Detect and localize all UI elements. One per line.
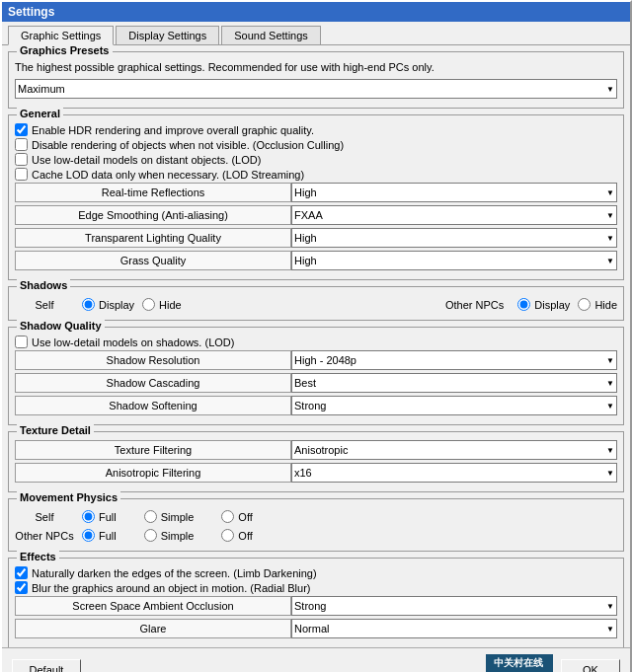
watermark: 中关村在线 zol.com.cn xyxy=(486,654,553,672)
texture-detail-title: Texture Detail xyxy=(17,424,94,436)
texture-filtering-label: Texture Filtering xyxy=(15,440,291,460)
other-display-radio[interactable] xyxy=(517,298,530,311)
general-section: General Enable HDR rendering and improve… xyxy=(8,114,624,280)
reflections-row: Real-time Reflections LowMediumHighUltra xyxy=(15,183,617,202)
general-checkbox-0: Enable HDR rendering and improve overall… xyxy=(15,123,617,136)
shadows-other-label: Other NPCs xyxy=(445,299,504,311)
checkbox-lod[interactable] xyxy=(15,153,28,166)
effects-title: Effects xyxy=(17,551,59,562)
movement-physics-section: Movement Physics Self Full Simple Off xyxy=(8,498,624,552)
self-full-group: Full xyxy=(82,510,117,523)
self-off-group: Off xyxy=(221,510,252,523)
grass-quality-dropdown[interactable]: LowMediumHigh xyxy=(291,251,617,270)
tab-sound[interactable]: Sound Settings xyxy=(221,26,321,44)
self-display-radio[interactable] xyxy=(82,298,95,311)
presets-dropdown-row: Low Medium High Maximum xyxy=(15,79,617,99)
tab-graphic[interactable]: Graphic Settings xyxy=(8,26,114,45)
reflections-dropdown[interactable]: LowMediumHighUltra xyxy=(291,183,617,202)
reflections-label: Real-time Reflections xyxy=(15,183,291,202)
antialiasing-row: Edge Smoothing (Anti-aliasing) NoneFXAAM… xyxy=(15,205,617,225)
other-off-radio[interactable] xyxy=(221,529,234,542)
other-simple-radio[interactable] xyxy=(144,529,157,542)
shadow-softening-row: Shadow Softening NoneSoftStrong xyxy=(15,396,617,415)
transparent-lighting-row: Transparent Lighting Quality LowMediumHi… xyxy=(15,228,617,248)
grass-quality-label: Grass Quality xyxy=(15,251,291,270)
shadow-quality-title: Shadow Quality xyxy=(17,320,105,332)
movement-physics-title: Movement Physics xyxy=(17,491,120,503)
other-display-group: Display xyxy=(517,298,570,311)
antialiasing-label: Edge Smoothing (Anti-aliasing) xyxy=(15,205,291,225)
shadow-resolution-dropdown[interactable]: Low - 512pMedium - 1024pHigh - 2048p xyxy=(291,350,617,370)
effects-checkbox-0: Naturally darken the edges of the screen… xyxy=(15,566,617,579)
general-checkbox-2: Use low-detail models on distant objects… xyxy=(15,153,617,166)
effects-checkbox-1: Blur the graphics around an object in mo… xyxy=(15,581,617,594)
ssao-row: Screen Space Ambient Occlusion OffNormal… xyxy=(15,596,617,616)
texture-filtering-row: Texture Filtering BilinearTrilinearAniso… xyxy=(15,440,617,460)
shadow-cascading-dropdown-wrapper[interactable]: LowMediumHighBest xyxy=(291,373,617,393)
glare-label: Glare xyxy=(15,619,291,638)
self-full-radio[interactable] xyxy=(82,510,95,523)
aniso-filtering-row: Anisotropic Filtering x2x4x8x16 xyxy=(15,463,617,483)
glare-dropdown-wrapper[interactable]: OffNormalStrong xyxy=(291,619,617,638)
graphics-presets-title: Graphics Presets xyxy=(17,45,113,56)
shadow-softening-dropdown[interactable]: NoneSoftStrong xyxy=(291,396,617,415)
physics-other-label: Other NPCs xyxy=(15,530,74,542)
reflections-dropdown-wrapper[interactable]: LowMediumHighUltra xyxy=(291,183,617,202)
checkbox-lod-streaming[interactable] xyxy=(15,168,28,181)
glare-row: Glare OffNormalStrong xyxy=(15,619,617,638)
checkbox-occlusion[interactable] xyxy=(15,138,28,151)
physics-other-row: Other NPCs Full Simple Off xyxy=(15,526,617,545)
shadows-radio-row: Self Display Hide Other NPCs Display xyxy=(15,295,617,314)
shadow-resolution-dropdown-wrapper[interactable]: Low - 512pMedium - 1024pHigh - 2048p xyxy=(291,350,617,370)
shadow-softening-dropdown-wrapper[interactable]: NoneSoftStrong xyxy=(291,396,617,415)
ok-button[interactable]: OK xyxy=(561,659,620,673)
glare-dropdown[interactable]: OffNormalStrong xyxy=(291,619,617,638)
self-hide-radio[interactable] xyxy=(142,298,155,311)
transparent-lighting-dropdown[interactable]: LowMediumHigh xyxy=(291,228,617,248)
other-full-radio[interactable] xyxy=(82,529,95,542)
presets-dropdown[interactable]: Low Medium High Maximum xyxy=(15,79,617,99)
presets-dropdown-wrapper[interactable]: Low Medium High Maximum xyxy=(15,79,617,99)
shadow-softening-label: Shadow Softening xyxy=(15,396,291,415)
shadow-cascading-dropdown[interactable]: LowMediumHighBest xyxy=(291,373,617,393)
other-simple-group: Simple xyxy=(144,529,195,542)
footer: Default 中关村在线 zol.com.cn OK xyxy=(2,647,630,672)
texture-detail-section: Texture Detail Texture Filtering Bilinea… xyxy=(8,431,624,492)
self-simple-radio[interactable] xyxy=(144,510,157,523)
general-title: General xyxy=(17,108,63,119)
tab-display[interactable]: Display Settings xyxy=(116,26,219,44)
other-hide-radio[interactable] xyxy=(578,298,591,311)
texture-filtering-dropdown-wrapper[interactable]: BilinearTrilinearAnisotropic xyxy=(291,440,617,460)
checkbox-radial-blur[interactable] xyxy=(15,581,28,594)
physics-self-row: Self Full Simple Off xyxy=(15,507,617,526)
title-bar: Settings xyxy=(2,2,630,22)
shadow-cascading-label: Shadow Cascading xyxy=(15,373,291,393)
ssao-label: Screen Space Ambient Occlusion xyxy=(15,596,291,616)
antialiasing-dropdown-wrapper[interactable]: NoneFXAAMSAA xyxy=(291,205,617,225)
general-checkbox-3: Cache LOD data only when necessary. (LOD… xyxy=(15,168,617,181)
general-checkbox-1: Disable rendering of objects when not vi… xyxy=(15,138,617,151)
ssao-dropdown[interactable]: OffNormalStrong xyxy=(291,596,617,616)
shadows-self-label: Self xyxy=(15,299,74,311)
texture-filtering-dropdown[interactable]: BilinearTrilinearAnisotropic xyxy=(291,440,617,460)
self-hide-group: Hide xyxy=(142,298,182,311)
antialiasing-dropdown[interactable]: NoneFXAAMSAA xyxy=(291,205,617,225)
grass-quality-dropdown-wrapper[interactable]: LowMediumHigh xyxy=(291,251,617,270)
checkbox-limb-darkening[interactable] xyxy=(15,566,28,579)
self-simple-group: Simple xyxy=(144,510,195,523)
aniso-filtering-dropdown[interactable]: x2x4x8x16 xyxy=(291,463,617,483)
shadow-lod-checkbox[interactable] xyxy=(15,336,28,348)
self-off-radio[interactable] xyxy=(221,510,234,523)
shadow-quality-section: Shadow Quality Use low-detail models on … xyxy=(8,327,624,425)
transparent-lighting-dropdown-wrapper[interactable]: LowMediumHigh xyxy=(291,228,617,248)
aniso-filtering-dropdown-wrapper[interactable]: x2x4x8x16 xyxy=(291,463,617,483)
tab-content: Graphics Presets The highest possible gr… xyxy=(2,45,630,647)
ssao-dropdown-wrapper[interactable]: OffNormalStrong xyxy=(291,596,617,616)
transparent-lighting-label: Transparent Lighting Quality xyxy=(15,228,291,248)
default-button[interactable]: Default xyxy=(12,659,81,673)
other-hide-group: Hide xyxy=(578,298,617,311)
effects-section: Effects Naturally darken the edges of th… xyxy=(8,558,624,647)
checkbox-hdr[interactable] xyxy=(15,123,28,136)
aniso-filtering-label: Anisotropic Filtering xyxy=(15,463,291,483)
grass-quality-row: Grass Quality LowMediumHigh xyxy=(15,251,617,270)
